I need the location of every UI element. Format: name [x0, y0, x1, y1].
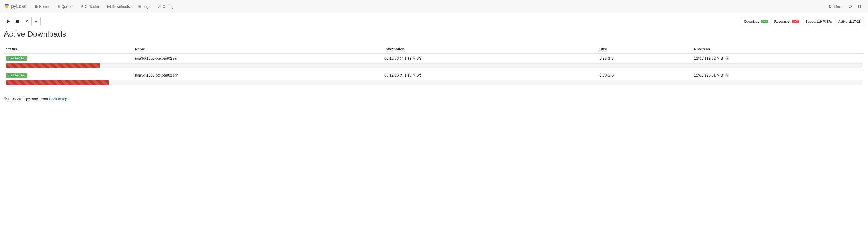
cancel-button[interactable]	[22, 17, 32, 26]
active-total: 17	[852, 20, 856, 24]
download-status-badge: on	[762, 20, 768, 24]
cancel-download-icon[interactable]: ✕	[725, 56, 729, 61]
plus-icon	[35, 20, 37, 23]
download-name: noa3d-1080-pte.part01.rar	[133, 71, 382, 80]
brand-text: pyLoad	[11, 4, 27, 9]
active-current: 2	[849, 20, 851, 24]
download-icon	[107, 5, 111, 8]
nav-config[interactable]: Config	[154, 1, 177, 12]
progress-bar-row	[4, 63, 864, 71]
stop-button[interactable]	[13, 17, 23, 26]
download-size: 0.98 GiB	[597, 71, 692, 80]
svg-rect-0	[57, 5, 57, 5]
status-boxes: Download: on Reconnect: off Speed: 1.9 M…	[741, 17, 864, 26]
play-button[interactable]	[4, 17, 13, 26]
download-info: 00:12:23 @ 1.19 MiB/s	[382, 53, 597, 63]
close-icon	[26, 20, 28, 23]
svg-rect-4	[57, 7, 57, 8]
home-icon	[34, 5, 38, 8]
progress-bar-row	[4, 80, 864, 87]
footer: © 2008-2011 pyLoad Team Back to top	[0, 93, 868, 105]
svg-rect-10	[138, 6, 141, 7]
logs-icon	[137, 5, 141, 8]
table-row: downloadingnoa3d-1080-pte.part02.rar00:1…	[4, 53, 864, 63]
col-status: Status	[4, 45, 133, 53]
speed-status: Speed: 1.9 MiB/s	[802, 17, 835, 26]
status-badge: downloading	[6, 56, 27, 61]
wrench-icon	[158, 5, 162, 8]
info-icon	[857, 4, 862, 9]
toolbar-row: Download: on Reconnect: off Speed: 1.9 M…	[0, 13, 868, 30]
nav-collector[interactable]: Collector	[76, 1, 103, 12]
info-button[interactable]	[855, 1, 864, 12]
nav-collector-label: Collector	[85, 4, 99, 9]
downloads-table: Status Name Information Size Progress do…	[4, 45, 864, 87]
col-size: Size	[597, 45, 692, 53]
download-size: 0.98 GiB	[597, 53, 692, 63]
nav-queue[interactable]: Queue	[53, 1, 76, 12]
nav-downloads-label: Downloads	[112, 4, 130, 9]
download-status[interactable]: Download: on	[741, 17, 771, 26]
list-icon	[57, 5, 60, 8]
svg-rect-9	[137, 6, 138, 7]
play-icon	[7, 20, 10, 23]
speed-value: 1.9 MiB/s	[817, 20, 832, 24]
download-info: 00:12:36 @ 1.15 MiB/s	[382, 71, 597, 80]
svg-rect-5	[58, 7, 60, 8]
user-label: admin	[833, 4, 843, 9]
svg-rect-3	[58, 6, 60, 7]
active-queue: 28	[857, 20, 861, 24]
brand-link[interactable]: pyLoad	[4, 4, 31, 9]
cancel-download-icon[interactable]: ✕	[725, 73, 729, 77]
navbar: pyLoad Home Queue Collector Downloads Lo…	[0, 0, 868, 13]
svg-rect-16	[859, 5, 860, 6]
nav-right: admin	[826, 1, 864, 12]
col-name: Name	[133, 45, 382, 53]
stop-icon	[17, 20, 19, 23]
control-button-group	[4, 17, 41, 26]
reconnect-status-badge: off	[793, 20, 799, 24]
nav-home[interactable]: Home	[31, 1, 53, 12]
progress-bar	[6, 63, 862, 68]
svg-rect-7	[137, 5, 138, 5]
user-icon	[828, 5, 832, 8]
col-progress: Progress	[692, 45, 864, 53]
page-title: Active Downloads	[0, 30, 868, 42]
reconnect-status[interactable]: Reconnect: off	[771, 17, 802, 26]
magnet-icon	[80, 5, 84, 8]
settings-button[interactable]	[845, 1, 855, 12]
add-button[interactable]	[31, 17, 41, 26]
svg-rect-15	[859, 6, 860, 7]
svg-rect-11	[137, 7, 138, 8]
nav-downloads[interactable]: Downloads	[103, 1, 134, 12]
nav-links: Home Queue Collector Downloads Logs Conf…	[31, 1, 826, 12]
svg-point-13	[829, 5, 831, 6]
nav-config-label: Config	[163, 4, 173, 9]
active-status: Active: 2 / 17 / 28	[835, 17, 864, 26]
pyload-logo-icon	[4, 4, 10, 9]
download-progress-text: 11% / 119.22 MiB	[694, 56, 723, 61]
nav-queue-label: Queue	[61, 4, 72, 9]
nav-logs[interactable]: Logs	[134, 1, 154, 12]
status-badge: downloading	[6, 73, 27, 78]
reconnect-status-label: Reconnect:	[774, 20, 792, 24]
user-menu[interactable]: admin	[826, 1, 845, 12]
progress-bar	[6, 80, 862, 85]
svg-rect-17	[17, 20, 19, 23]
table-row: downloadingnoa3d-1080-pte.part01.rar00:1…	[4, 71, 864, 80]
footer-copyright: © 2008-2011 pyLoad Team	[4, 97, 49, 101]
svg-rect-2	[57, 6, 57, 7]
progress-bar-fill	[6, 63, 100, 68]
back-to-top-link[interactable]: Back to top	[49, 97, 67, 101]
active-label: Active:	[838, 20, 848, 24]
svg-rect-1	[58, 5, 60, 5]
svg-rect-12	[138, 7, 141, 8]
col-information: Information	[382, 45, 597, 53]
download-name: noa3d-1080-pte.part02.rar	[133, 53, 382, 63]
download-progress-text: 12% / 128.61 MiB	[694, 73, 723, 77]
speed-label: Speed:	[805, 20, 816, 24]
progress-bar-fill	[6, 80, 109, 85]
nav-home-label: Home	[39, 4, 49, 9]
svg-rect-8	[138, 5, 141, 5]
nav-logs-label: Logs	[142, 4, 150, 9]
